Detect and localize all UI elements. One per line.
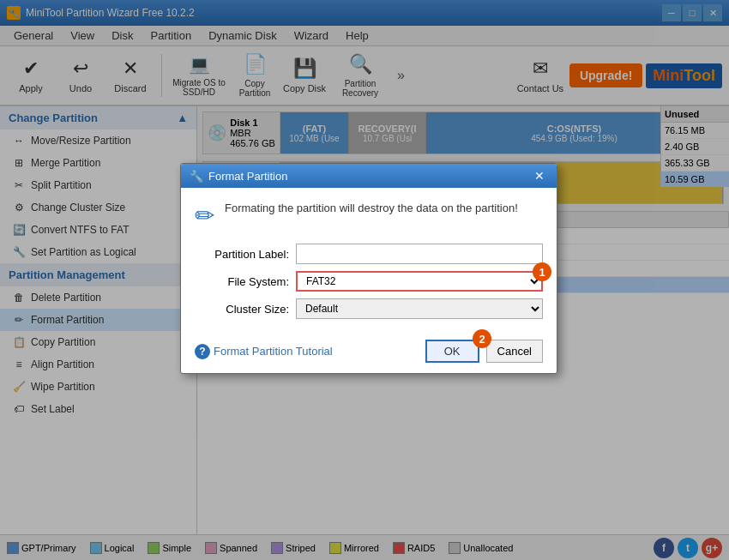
dialog-overlay: 🔧 Format Partition ✕ ✏ Formating the par… (0, 0, 729, 560)
dialog-buttons: OK 2 Cancel (425, 340, 543, 363)
dialog-title-bar: 🔧 Format Partition ✕ (181, 164, 557, 188)
form-row-filesystem: File System: FAT32 NTFS Ext2 Ext3 1 (195, 271, 543, 292)
badge-2: 2 (473, 329, 491, 348)
cluster-size-select[interactable]: Default 512 1024 (296, 298, 543, 319)
partition-label-text: Partition Label: (195, 248, 289, 261)
dialog-footer: ? Format Partition Tutorial OK 2 Cancel (181, 333, 557, 373)
dialog-body: ✏ Formating the partition will destroy t… (181, 188, 557, 333)
ok-button[interactable]: OK (425, 340, 479, 363)
form-row-label: Partition Label: (195, 244, 543, 264)
dialog-warning: ✏ Formating the partition will destroy t… (195, 202, 543, 230)
help-icon: ? (195, 344, 210, 359)
dialog-form: Partition Label: File System: FAT32 NTFS… (195, 244, 543, 319)
dialog-title-left: 🔧 Format Partition (190, 170, 287, 183)
file-system-label-text: File System: (195, 275, 289, 288)
dialog-help-area: ? Format Partition Tutorial (195, 344, 333, 359)
dialog-warning-text: Formating the partition will destroy the… (225, 202, 518, 214)
format-partition-dialog: 🔧 Format Partition ✕ ✏ Formating the par… (180, 163, 557, 374)
dialog-title-text: Format Partition (208, 170, 287, 183)
cluster-size-label-text: Cluster Size: (195, 303, 289, 316)
badge-1: 1 (533, 262, 551, 281)
partition-label-input[interactable] (296, 244, 543, 264)
format-tutorial-link[interactable]: Format Partition Tutorial (214, 345, 333, 358)
file-system-select[interactable]: FAT32 NTFS Ext2 Ext3 (296, 271, 543, 292)
form-row-cluster: Cluster Size: Default 512 1024 (195, 298, 543, 319)
cancel-button[interactable]: Cancel (486, 340, 543, 363)
dialog-title-icon: 🔧 (190, 170, 203, 183)
warning-pencil-icon: ✏ (195, 202, 214, 230)
dialog-close-button[interactable]: ✕ (531, 169, 548, 183)
